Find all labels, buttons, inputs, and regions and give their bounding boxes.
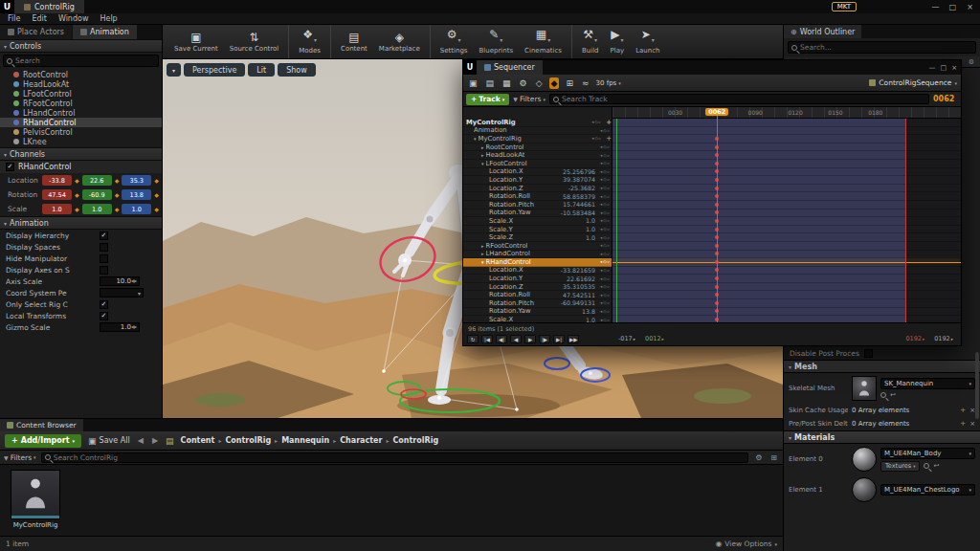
next-key-icon[interactable]: ▹ xyxy=(608,128,610,133)
prev-key-icon[interactable]: ◂ xyxy=(600,169,602,174)
toolbar-button[interactable]: ◈▾ Marketplace xyxy=(373,25,426,59)
timeline-lane[interactable] xyxy=(612,185,961,193)
materials-section-header[interactable]: ▾ Materials xyxy=(784,430,980,444)
timeline-lane[interactable] xyxy=(612,283,961,292)
next-key-icon[interactable]: ▹ xyxy=(608,235,610,240)
channel-value[interactable]: 35.310535 xyxy=(563,283,595,290)
key-nav[interactable]: ◂ ◇ ▹ xyxy=(600,161,610,165)
channel-value[interactable]: 1.0 xyxy=(586,217,595,224)
prev-key-icon[interactable]: ◂ xyxy=(600,300,602,305)
sequencer-track-row[interactable]: ▾ ▸ Rotation.Yaw -10.583484 ◂ ◇ ▹ + xyxy=(463,209,612,218)
prev-key-icon[interactable]: ◂ xyxy=(591,120,593,124)
toolbar-button[interactable]: ❖▾ Modes xyxy=(288,25,326,59)
prev-key-icon[interactable]: ◂ xyxy=(600,259,602,264)
collapse-icon[interactable]: ▾ xyxy=(481,161,484,166)
playhead-line[interactable] xyxy=(717,116,718,322)
sequencer-track-row[interactable]: ▾ ▸ MyControlRig ◂ ◇ ▹ + xyxy=(463,119,612,127)
forward-button[interactable]: ▶ xyxy=(151,436,159,445)
viewport-mode-button[interactable]: Perspective xyxy=(184,63,245,77)
material-thumbnail[interactable] xyxy=(852,477,877,502)
sequencer-track-row[interactable]: ▾ ▸ Rotation.Roll 58.858379 ◂ ◇ ▹ + xyxy=(463,192,612,201)
prev-key-icon[interactable]: ◂ xyxy=(600,153,602,158)
add-key-icon[interactable]: ◇ xyxy=(603,293,606,298)
key-nav[interactable]: ◂ ◇ ▹ xyxy=(600,309,610,314)
gear-icon[interactable]: ⚙ xyxy=(753,453,764,462)
key-icon[interactable]: ◆ xyxy=(115,177,120,184)
menu-item[interactable]: File xyxy=(3,14,25,23)
outliner-search[interactable] xyxy=(788,41,976,54)
next-key-icon[interactable]: ▹ xyxy=(608,318,610,322)
channel-value[interactable]: 1.0 xyxy=(586,226,595,232)
timeline-lane[interactable] xyxy=(612,267,961,276)
x-value-field[interactable]: -33.8 xyxy=(42,175,72,186)
next-key-icon[interactable]: ▹ xyxy=(608,284,610,289)
timeline-lane[interactable] xyxy=(612,291,961,299)
expand-icon[interactable]: ▸ xyxy=(481,251,484,256)
sequencer-track-row[interactable]: ▾ ▸ HeadLookAt ◂ ◇ ▹ + xyxy=(463,151,612,160)
key-nav[interactable]: ◂ ◇ ▹ xyxy=(600,128,610,133)
key-nav[interactable]: ◂ ◇ ▹ xyxy=(600,252,610,256)
sequencer-toolbar-icon[interactable]: ◆ xyxy=(549,77,560,89)
key-nav[interactable]: ◂ ◇ ▹ xyxy=(591,136,601,141)
timeline-lane[interactable] xyxy=(612,143,961,152)
breadcrumb-item[interactable]: ControlRig xyxy=(225,436,271,445)
tab-content-browser[interactable]: Content Browser xyxy=(0,419,83,431)
key-nav[interactable]: ◂ ◇ ▹ xyxy=(600,227,610,231)
timeline-ruler[interactable]: 0030 0060 0090 0120 0150 0180 0062 xyxy=(612,107,961,119)
channel-value[interactable]: -33.821659 xyxy=(561,267,595,274)
timeline-lane[interactable] xyxy=(612,299,961,308)
next-key-icon[interactable]: ▹ xyxy=(608,153,610,158)
add-key-icon[interactable]: ◇ xyxy=(603,268,606,273)
viewport-mode-button[interactable]: Lit xyxy=(248,63,275,77)
z-value-field[interactable]: 35.3 xyxy=(122,175,151,186)
key-nav[interactable]: ◂ ◇ ▹ xyxy=(600,259,610,264)
add-key-icon[interactable]: ◇ xyxy=(603,202,606,207)
collapse-icon[interactable]: ▾ xyxy=(481,259,484,265)
next-key-icon[interactable]: ▹ xyxy=(608,252,610,256)
prev-key-icon[interactable]: ◂ xyxy=(600,252,602,256)
add-key-icon[interactable]: ◇ xyxy=(603,218,606,223)
next-key-icon[interactable]: ▹ xyxy=(608,309,610,314)
sequencer-toolbar-icon[interactable]: ▣ xyxy=(467,77,479,89)
lock-icon[interactable]: ⊞ xyxy=(768,453,779,462)
sequencer-track-row[interactable]: ▾ ▸ Location.X 25.256796 ◂ ◇ ▹ + xyxy=(463,168,612,177)
transport-button[interactable]: ◀| xyxy=(496,335,507,343)
add-import-button[interactable]: +Add/Import▾ xyxy=(5,434,81,448)
next-key-icon[interactable]: ▹ xyxy=(608,227,610,231)
next-key-icon[interactable]: ▹ xyxy=(608,243,610,248)
timeline-lane[interactable] xyxy=(612,217,961,226)
controls-search-input[interactable] xyxy=(15,56,155,65)
next-key-icon[interactable]: ▹ xyxy=(608,177,610,182)
sequencer-track-row[interactable]: ▾ ▸ Location.Y 22.61692 ◂ ◇ ▹ + xyxy=(463,275,612,283)
key-icon[interactable]: ◆ xyxy=(154,177,159,184)
control-item[interactable]: HeadLookAt xyxy=(0,79,162,89)
key-nav[interactable]: ◂ ◇ ▹ xyxy=(600,194,610,199)
sequencer-track-row[interactable]: ▾ ▸ MyControlRig ◂ ◇ ▹ + xyxy=(463,135,612,143)
content-search-input[interactable] xyxy=(54,453,746,462)
add-key-icon[interactable]: ◇ xyxy=(594,120,597,124)
content-search[interactable] xyxy=(41,452,749,463)
animation-section-header[interactable]: ▾ Animation xyxy=(0,216,162,230)
sequencer-track-row[interactable]: ▾ ▸ Animation ◂ ◇ ▹ + xyxy=(463,127,612,136)
timeline-lane[interactable] xyxy=(612,151,961,160)
key-nav[interactable]: ◂ ◇ ▹ xyxy=(600,169,610,174)
browse-asset-icon[interactable] xyxy=(880,392,886,398)
timeline-lane[interactable] xyxy=(612,127,961,136)
option-value-field[interactable]: 10.0 xyxy=(100,276,140,286)
add-key-icon[interactable]: ◇ xyxy=(603,252,606,256)
key-nav[interactable]: ◂ ◇ ▹ xyxy=(600,202,610,207)
tab-sequencer[interactable]: Sequencer xyxy=(477,60,543,75)
prev-key-icon[interactable]: ◂ xyxy=(600,276,602,281)
sequencer-track-row[interactable]: ▾ ▸ Location.X -33.821659 ◂ ◇ ▹ + xyxy=(463,267,612,276)
add-section-button[interactable]: + xyxy=(606,135,612,143)
sequencer-track-row[interactable]: ▾ ▸ Scale.X 1.0 ◂ ◇ ▹ + xyxy=(463,217,612,226)
mesh-section-header[interactable]: ▾ Mesh xyxy=(784,360,980,373)
menu-item[interactable]: Window xyxy=(54,14,94,23)
next-key-icon[interactable]: ▹ xyxy=(608,268,610,273)
prev-key-icon[interactable]: ◂ xyxy=(600,202,602,207)
gear-icon[interactable]: ⚙ xyxy=(969,58,974,66)
next-key-icon[interactable]: ▹ xyxy=(608,202,610,207)
add-key-icon[interactable]: ◇ xyxy=(603,144,606,149)
textures-button[interactable]: Textures▾ xyxy=(880,461,920,472)
timeline-lane[interactable] xyxy=(612,119,961,127)
